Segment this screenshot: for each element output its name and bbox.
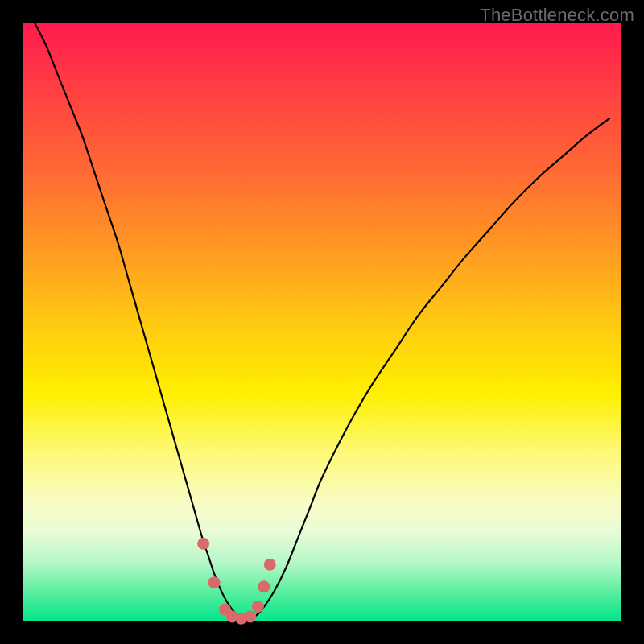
curve-marker: [264, 559, 276, 571]
bottleneck-curve: [35, 23, 609, 619]
curve-marker: [252, 601, 264, 613]
curve-marker: [208, 576, 221, 588]
chart-plot-area: [23, 23, 621, 621]
curve-marker: [244, 611, 256, 623]
curve-marker: [258, 580, 270, 592]
chart-svg: [23, 23, 621, 621]
curve-marker: [197, 538, 209, 550]
curve-markers: [197, 538, 276, 625]
watermark-text: TheBottleneck.com: [480, 5, 634, 26]
